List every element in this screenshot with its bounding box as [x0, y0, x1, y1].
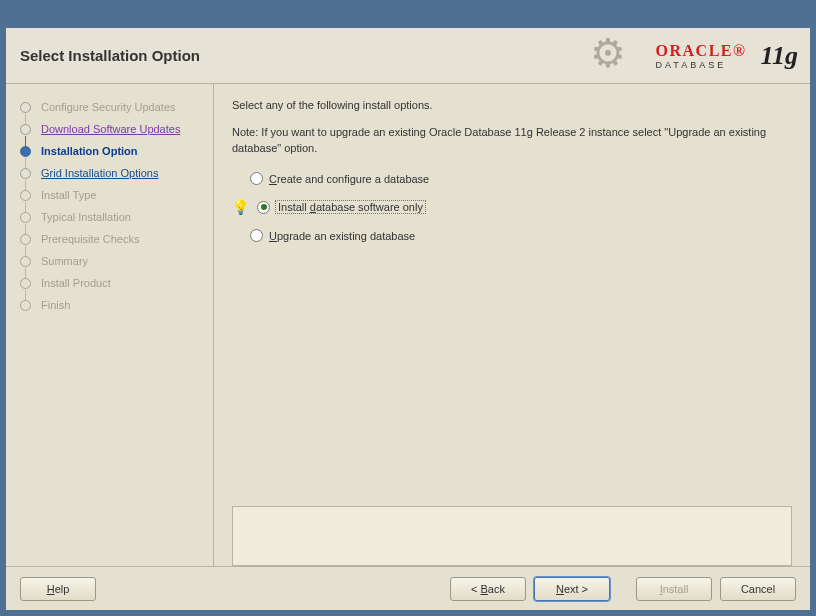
content: Select Installation Option ⚙ ORACLE® DAT…	[6, 28, 810, 610]
radio-icon[interactable]	[257, 201, 270, 214]
sidebar-step-typical-installation: Typical Installation	[6, 206, 213, 228]
note-text: Note: If you want to upgrade an existing…	[232, 125, 792, 156]
message-area	[232, 506, 792, 566]
sidebar-step-installation-option[interactable]: Installation Option	[6, 140, 213, 162]
sidebar-step-download-updates[interactable]: Download Software Updates	[6, 118, 213, 140]
oracle-logo: ORACLE® DATABASE	[656, 42, 747, 70]
radio-install-software-only[interactable]: 💡 Install database software only	[232, 199, 792, 215]
radio-group: Create and configure a database 💡 Instal…	[232, 172, 792, 242]
help-button[interactable]: Help	[20, 577, 96, 601]
sidebar-step-configure-security: Configure Security Updates	[6, 96, 213, 118]
radio-create[interactable]: Create and configure a database	[232, 172, 792, 185]
back-button[interactable]: < Back	[450, 577, 526, 601]
footer: Help < Back Next > Install Cancel	[6, 566, 810, 610]
gear-icon: ⚙	[590, 30, 626, 76]
sidebar-step-install-product: Install Product	[6, 272, 213, 294]
sidebar-step-grid-installation[interactable]: Grid Installation Options	[6, 162, 213, 184]
sidebar: Configure Security Updates Download Soft…	[6, 84, 214, 566]
panel: Select any of the following install opti…	[214, 84, 810, 566]
main: Configure Security Updates Download Soft…	[6, 84, 810, 566]
install-button: Install	[636, 577, 712, 601]
sidebar-step-summary: Summary	[6, 250, 213, 272]
intro-text: Select any of the following install opti…	[232, 98, 792, 113]
branding: ⚙ ORACLE® DATABASE 11g	[590, 28, 798, 84]
lightbulb-icon: 💡	[232, 199, 249, 215]
sidebar-step-prerequisite-checks: Prerequisite Checks	[6, 228, 213, 250]
next-button[interactable]: Next >	[534, 577, 610, 601]
page-title: Select Installation Option	[20, 47, 200, 64]
sidebar-step-install-type: Install Type	[6, 184, 213, 206]
radio-icon[interactable]	[250, 229, 263, 242]
sidebar-step-finish: Finish	[6, 294, 213, 316]
radio-upgrade[interactable]: Upgrade an existing database	[232, 229, 792, 242]
cancel-button[interactable]: Cancel	[720, 577, 796, 601]
version-label: 11g	[760, 41, 798, 71]
header: Select Installation Option ⚙ ORACLE® DAT…	[6, 28, 810, 84]
radio-icon[interactable]	[250, 172, 263, 185]
